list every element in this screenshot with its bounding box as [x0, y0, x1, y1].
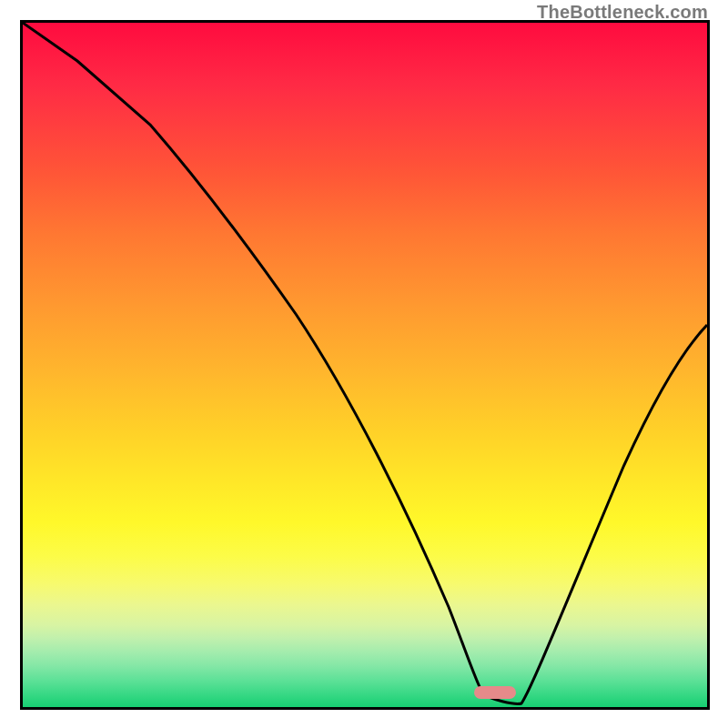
optimal-marker-pill [474, 686, 516, 699]
chart-frame [20, 20, 710, 710]
bottleneck-curve-path [23, 23, 707, 703]
chart-curve-svg [23, 23, 707, 707]
